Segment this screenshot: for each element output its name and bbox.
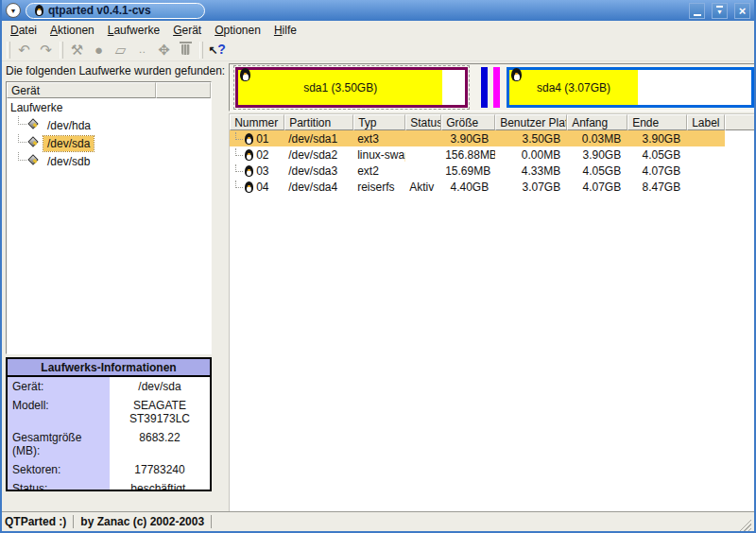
close-button[interactable]: × (734, 3, 750, 19)
cell-status: Aktiv (405, 180, 441, 195)
column-header-anfang[interactable]: Anfang (567, 114, 627, 130)
property-button[interactable]: ⚒ (66, 40, 88, 60)
cell-nummer: 01 (230, 132, 284, 146)
redo-button[interactable]: ↷ (35, 40, 57, 60)
partition-table-body: 01/dev/sda1ext33.90GB3.50GB0.03MB3.90GB0… (230, 130, 754, 195)
cell-label (687, 154, 725, 156)
cell-ende: 3.90GB (627, 131, 687, 146)
column-header-partition[interactable]: Partition (284, 114, 353, 130)
cell-benutzer_platz: 0.00MB (495, 147, 567, 163)
window-title: qtparted v0.4.1-cvs (48, 4, 151, 17)
partition-sda1-label: sda1 (3.50GB) (303, 81, 377, 95)
cell-groesse: 156.88MB (441, 147, 495, 163)
format-icon: ● (94, 43, 103, 57)
info-row: Modell:SEAGATE ST39173LC (8, 396, 210, 428)
device-column-header-empty (156, 82, 211, 98)
resize-grip[interactable] (738, 518, 751, 531)
cell-partition: /dev/sda2 (284, 147, 353, 163)
info-row: Sektoren:17783240 (8, 460, 210, 479)
tree-branch-line (18, 134, 26, 143)
cell-typ: linux-swap (353, 147, 405, 163)
column-header-typ[interactable]: Typ (353, 114, 405, 130)
cell-partition: /dev/sda1 (284, 131, 353, 146)
info-label: Modell: (8, 396, 110, 428)
window-menu-button[interactable]: ▼ (6, 3, 21, 18)
column-header-ende[interactable]: Ende (627, 114, 687, 130)
delete-icon: ▱ (115, 43, 127, 57)
toolbar: ↶↷⚒●▱‥✥↖? (2, 39, 754, 61)
delete-button[interactable]: ▱ (110, 40, 131, 60)
shade-button[interactable]: ▼ (712, 3, 728, 19)
partition-table-header: NummerPartitionTypStatusGrößeBenutzer Pl… (230, 114, 754, 130)
info-row: Gerät:/dev/sda (8, 377, 210, 396)
trash-button[interactable] (175, 40, 197, 60)
minimize-icon (694, 14, 701, 16)
column-header-gre[interactable]: Größe (441, 114, 495, 130)
partition-block-sda4[interactable]: sda4 (3.07GB) (507, 67, 754, 108)
device-item-sda[interactable]: /dev/sda (10, 134, 211, 152)
cell-nummer: 03 (230, 164, 284, 178)
penguin-icon (245, 181, 253, 193)
whats-this-button[interactable]: ↖? (206, 40, 228, 60)
toolbar-handle[interactable] (199, 42, 203, 59)
partition-stripe-sda2[interactable] (481, 67, 488, 108)
statusbar-credit: by Zanac (c) 2002-2003 (80, 515, 204, 528)
app-icon (35, 5, 43, 16)
partition-row-04[interactable]: 04/dev/sda4reiserfsAktiv4.40GB3.07GB4.07… (230, 179, 754, 195)
shade-icon: ▼ (716, 6, 723, 15)
device-column-header[interactable]: Gerät (7, 82, 156, 98)
format-button[interactable]: ● (88, 40, 110, 60)
disk-icon (28, 155, 41, 167)
menu-hilfe[interactable]: Hilfe (267, 22, 303, 39)
tree-branch-line (18, 152, 26, 161)
toolbar-handle[interactable] (7, 42, 10, 59)
titlebar-pill[interactable]: qtparted v0.4.1-cvs (26, 3, 205, 19)
partition-row-02[interactable]: 02/dev/sda2linux-swap156.88MB0.00MB3.90G… (230, 146, 754, 163)
undo-button[interactable]: ↶ (13, 40, 35, 60)
main-content: Die folgenden Laufwerke wurden gefunden:… (2, 61, 754, 511)
cell-partition: /dev/sda4 (284, 180, 353, 195)
info-value: /dev/sda (110, 377, 210, 396)
partition-table: NummerPartitionTypStatusGrößeBenutzer Pl… (229, 113, 754, 511)
menu-datei[interactable]: Datei (4, 22, 43, 39)
partition-block-sda1[interactable]: sda1 (3.50GB) (235, 67, 468, 108)
info-label: Gerät: (8, 377, 110, 396)
device-item-label: /dev/sdb (43, 154, 94, 169)
qtparted-window: ▼ qtparted v0.4.1-cvs ▼ × DateiAktionenL… (0, 0, 756, 533)
cell-partition: /dev/sda3 (284, 163, 353, 179)
move-button[interactable]: ✥ (153, 40, 175, 60)
right-panel: sda1 (3.50GB) sda4 (3.07GB) NummerPartit… (229, 63, 754, 511)
device-tree[interactable]: Gerät Laufwerke /dev/hda/dev/sda/dev/sdb (6, 81, 212, 354)
device-item-hda[interactable]: /dev/hda (10, 116, 211, 134)
cell-label (687, 170, 725, 172)
info-row: Status:beschäftigt. (8, 479, 210, 490)
cell-label (687, 138, 725, 140)
device-tree-header[interactable]: Gerät (7, 82, 211, 98)
menu-aktionen[interactable]: Aktionen (43, 22, 101, 39)
tree-root-label[interactable]: Laufwerke (10, 100, 211, 116)
menu-gert[interactable]: Gerät (166, 22, 208, 39)
partition-row-03[interactable]: 03/dev/sda3ext215.69MB4.33MB4.05GB4.07GB (230, 163, 754, 179)
partition-sda4-used: sda4 (3.07GB) (509, 70, 638, 105)
menu-optionen[interactable]: Optionen (208, 22, 267, 39)
tree-branch-line (18, 116, 26, 125)
disk-icon (28, 119, 41, 131)
column-header-benutzerplatz[interactable]: Benutzer Platz (495, 114, 567, 130)
cell-groesse: 15.69MB (441, 163, 495, 179)
column-header-label[interactable]: Label (687, 114, 725, 130)
device-item-sdb[interactable]: /dev/sdb (10, 152, 211, 170)
info-label: Sektoren: (8, 460, 110, 479)
penguin-icon (245, 149, 253, 161)
menu-laufwerke[interactable]: Laufwerke (101, 22, 166, 39)
resize-button[interactable]: ‥ (131, 40, 153, 60)
left-panel: Die folgenden Laufwerke wurden gefunden:… (2, 61, 225, 511)
column-header-nummer[interactable]: Nummer (230, 114, 284, 130)
partition-row-01[interactable]: 01/dev/sda1ext33.90GB3.50GB0.03MB3.90GB (230, 130, 754, 146)
cell-groesse: 4.40GB (441, 180, 495, 195)
partition-stripe-sda3[interactable] (493, 67, 500, 108)
column-header-status[interactable]: Status (405, 114, 441, 130)
info-value: 17783240 (110, 460, 210, 479)
partition-block-sda1-selection[interactable]: sda1 (3.50GB) (233, 65, 470, 110)
toolbar-handle[interactable] (60, 42, 63, 59)
minimize-button[interactable] (689, 3, 705, 19)
